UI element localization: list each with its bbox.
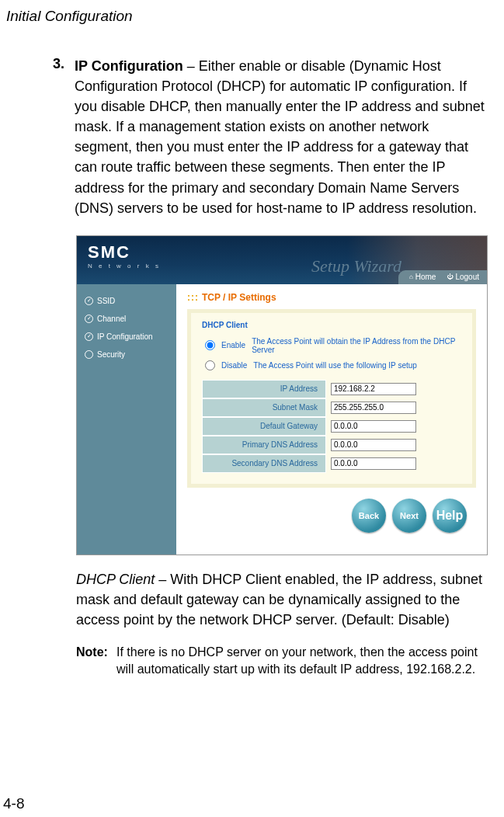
page-number: 4-8 (3, 795, 24, 812)
radio-enable-label: Enable (221, 341, 245, 349)
sidebar-item-channel[interactable]: Channel (83, 310, 170, 328)
home-link[interactable]: ⌂Home (409, 273, 436, 281)
step-number: 3. (53, 56, 75, 218)
note-body: If there is no DHCP server on your netwo… (116, 644, 490, 677)
sidebar-item-label: SSID (97, 297, 115, 305)
dhcp-form: DHCP Client Enable The Access Point will… (187, 309, 476, 488)
table-row: Subnet Mask (202, 398, 461, 417)
next-button[interactable]: Next (392, 499, 426, 533)
table-row: Primary DNS Address (202, 436, 461, 454)
home-icon: ⌂ (409, 273, 413, 280)
radio-enable-input[interactable] (205, 340, 215, 350)
field-label: Secondary DNS Address (202, 454, 326, 473)
check-icon (85, 332, 93, 341)
wizard-title: Setup Wizard (311, 256, 401, 276)
dhcp-client-paragraph: DHCP Client – With DHCP Client enabled, … (76, 569, 490, 630)
field-label: Primary DNS Address (202, 436, 326, 454)
section-title: :::TCP / IP Settings (187, 292, 476, 303)
page-header: Initial Configuration (6, 8, 498, 25)
brand-logo: SMC N e t w o r k s (88, 242, 161, 269)
check-icon (85, 297, 93, 305)
note-block: Note: If there is no DHCP server on your… (76, 644, 490, 677)
field-label: IP Address (202, 380, 326, 398)
step-text: IP Configuration – Either enable or disa… (75, 56, 490, 218)
field-label: Subnet Mask (202, 398, 326, 417)
radio-enable-desc: The Access Point will obtain the IP Addr… (252, 337, 461, 354)
sidebar-item-ip-configuration[interactable]: IP Configuration (83, 328, 170, 346)
table-row: Default Gateway (202, 417, 461, 436)
sidebar-item-security[interactable]: Security (83, 346, 170, 363)
wizard-sidebar: SSID Channel IP Configuration Security (77, 284, 176, 555)
help-button[interactable]: Help (433, 499, 467, 533)
step-body: – Either enable or disable (Dynamic Host… (75, 58, 485, 216)
radio-disable-desc: The Access Point will use the following … (253, 361, 416, 370)
primary-dns-input[interactable] (331, 439, 416, 451)
sidebar-item-label: Channel (97, 315, 126, 323)
ip-settings-table: IP Address Subnet Mask Default Gateway P… (202, 380, 461, 473)
dhcp-lead: DHCP Client (76, 572, 155, 587)
ip-address-input[interactable] (331, 383, 416, 395)
title-dots-icon: ::: (187, 292, 199, 303)
top-navbar: ⌂Home ⏻Logout (398, 270, 487, 284)
radio-disable-label: Disable (221, 361, 247, 370)
radio-disable-input[interactable] (205, 360, 215, 370)
sidebar-item-label: IP Configuration (97, 332, 153, 341)
home-label: Home (415, 273, 436, 281)
wizard-header: SMC N e t w o r k s Setup Wizard ⌂Home ⏻… (77, 236, 487, 284)
step-title: IP Configuration (75, 58, 183, 74)
circle-icon (85, 350, 93, 359)
back-button[interactable]: Back (352, 499, 386, 533)
logout-link[interactable]: ⏻Logout (447, 273, 479, 281)
subnet-mask-input[interactable] (331, 402, 416, 414)
logout-label: Logout (455, 273, 479, 281)
wizard-main: :::TCP / IP Settings DHCP Client Enable … (176, 284, 487, 555)
wizard-buttons: Back Next Help (187, 488, 476, 544)
default-gateway-input[interactable] (331, 420, 416, 433)
wizard-screenshot: SMC N e t w o r k s Setup Wizard ⌂Home ⏻… (76, 235, 488, 555)
field-label: Default Gateway (202, 417, 326, 436)
sidebar-item-ssid[interactable]: SSID (83, 292, 170, 310)
table-row: Secondary DNS Address (202, 454, 461, 473)
table-row: IP Address (202, 380, 461, 398)
form-heading: DHCP Client (202, 321, 461, 329)
note-label: Note: (76, 644, 116, 677)
logout-icon: ⏻ (447, 273, 453, 280)
radio-disable[interactable]: Disable The Access Point will use the fo… (205, 360, 461, 370)
check-icon (85, 315, 93, 323)
sidebar-item-label: Security (97, 350, 125, 359)
step-block: 3. IP Configuration – Either enable or d… (53, 56, 490, 218)
logo-subtext: N e t w o r k s (88, 262, 161, 269)
logo-text: SMC (88, 242, 161, 262)
radio-enable[interactable]: Enable The Access Point will obtain the … (205, 337, 461, 354)
secondary-dns-input[interactable] (331, 457, 416, 470)
section-title-text: TCP / IP Settings (202, 292, 276, 303)
